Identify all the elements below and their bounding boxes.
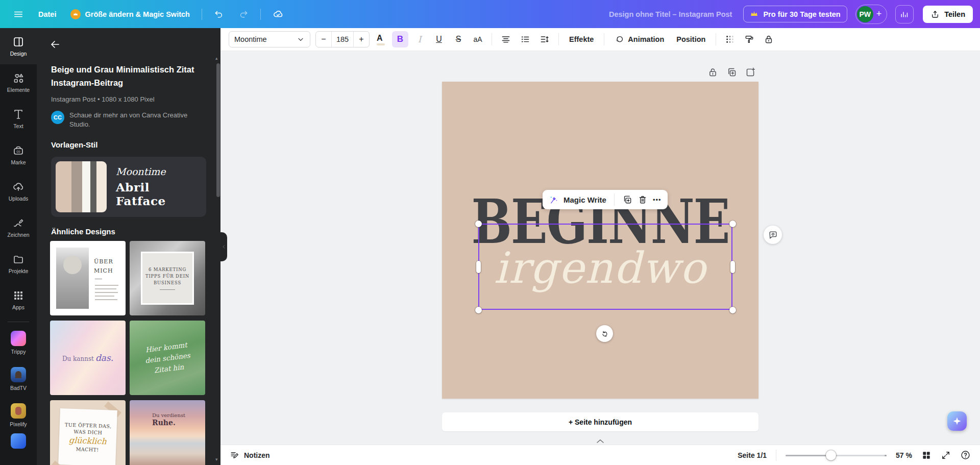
sidebar-app-label: Pixelify bbox=[10, 421, 27, 427]
sidebar-item-zeichnen[interactable]: Zeichnen bbox=[0, 209, 37, 246]
transparency-button[interactable] bbox=[722, 31, 738, 47]
add-page-button[interactable]: + Seite hinzufügen bbox=[442, 412, 758, 431]
sidebar-item-elemente[interactable]: Elemente bbox=[0, 64, 37, 101]
cloud-check-icon bbox=[273, 9, 284, 20]
toolbar-divider bbox=[492, 33, 492, 45]
panel-scrollbar[interactable] bbox=[216, 63, 220, 197]
duplicate-page-button[interactable] bbox=[726, 67, 737, 80]
style-script-font-name: Moontime bbox=[116, 166, 202, 177]
lock-button[interactable] bbox=[761, 31, 777, 47]
canva-assistant-button[interactable] bbox=[947, 411, 967, 431]
lock-page-button[interactable] bbox=[707, 67, 718, 80]
sidebar-item-text[interactable]: Text bbox=[0, 101, 37, 137]
redo-button[interactable] bbox=[233, 5, 254, 23]
magic-write-label[interactable]: Magic Write bbox=[564, 195, 606, 204]
panel-collapse-handle[interactable] bbox=[220, 232, 227, 261]
delete-element-button[interactable] bbox=[638, 194, 648, 205]
line-spacing-button[interactable] bbox=[536, 31, 553, 47]
sidebar-app-label: Trippy bbox=[11, 349, 26, 355]
font-family-select[interactable]: Moontime bbox=[229, 31, 310, 47]
effects-button[interactable]: Effekte bbox=[565, 32, 598, 47]
text-case-button[interactable]: aA bbox=[470, 31, 486, 47]
account-group[interactable]: PW + bbox=[855, 5, 888, 24]
resize-magic-switch-button[interactable]: Größe ändern & Magic Switch bbox=[65, 5, 195, 23]
bold-button[interactable]: B bbox=[392, 31, 408, 47]
fullscreen-button[interactable] bbox=[941, 450, 951, 460]
animation-button[interactable]: Animation bbox=[610, 31, 669, 48]
zoom-slider[interactable] bbox=[786, 450, 887, 460]
thumb-quote-text: Hier kommtdein schönesZitat hin bbox=[143, 339, 192, 376]
insights-button[interactable] bbox=[895, 5, 914, 23]
similar-design-marketing-tipps[interactable]: 6 MARKETING TIPPS FÜR DEIN BUSINESS bbox=[130, 241, 205, 315]
zoom-slider-thumb[interactable] bbox=[826, 450, 836, 460]
selection-box[interactable] bbox=[478, 224, 732, 310]
main-menu-button[interactable] bbox=[7, 5, 30, 24]
selection-handle-left[interactable] bbox=[476, 261, 481, 273]
page-indicator[interactable]: Seite 1/1 bbox=[738, 451, 767, 459]
zoom-level-value[interactable]: 57 % bbox=[896, 451, 912, 459]
copy-style-button[interactable] bbox=[741, 31, 757, 47]
scroll-down-icon[interactable]: ▾ bbox=[215, 457, 218, 462]
more-options-button[interactable]: ••• bbox=[653, 196, 662, 204]
selection-handle-bottom-right[interactable] bbox=[729, 307, 736, 313]
creator-row[interactable]: CC Schaue dir mehr an von Canva Creative… bbox=[51, 111, 198, 129]
avatar[interactable]: PW bbox=[857, 6, 873, 22]
add-page-icon-button[interactable] bbox=[745, 67, 756, 80]
sidebar-app-partial[interactable] bbox=[0, 433, 37, 459]
italic-button[interactable]: I bbox=[411, 31, 428, 47]
similar-design-ueber-mich[interactable]: ÜBERMICH bbox=[50, 241, 126, 315]
font-size-value[interactable]: 185 bbox=[331, 32, 354, 47]
font-size-increase-button[interactable]: + bbox=[354, 32, 369, 47]
sidebar-item-uploads[interactable]: Uploads bbox=[0, 173, 37, 209]
font-size-decrease-button[interactable]: − bbox=[316, 32, 331, 47]
document-title[interactable]: Design ohne Titel – Instagram Post bbox=[609, 10, 732, 18]
undo-button[interactable] bbox=[208, 5, 230, 23]
notes-icon bbox=[230, 450, 239, 460]
text-color-button[interactable]: A bbox=[373, 31, 389, 47]
file-menu-button[interactable]: Datei bbox=[33, 6, 62, 22]
scroll-up-icon[interactable]: ▴ bbox=[215, 56, 218, 61]
similar-design-gluecklich[interactable]: TUE ÖFTER DAS, WAS DICH glücklich MACHT! bbox=[50, 400, 126, 465]
similar-design-zitat-hin[interactable]: Hier kommtdein schönesZitat hin bbox=[130, 321, 205, 395]
rotate-icon bbox=[601, 330, 609, 338]
add-member-button[interactable]: + bbox=[876, 9, 882, 19]
sidebar-item-projekte[interactable]: Projekte bbox=[0, 246, 37, 282]
magic-write-button[interactable] bbox=[549, 195, 558, 205]
help-button[interactable] bbox=[960, 450, 971, 460]
grid-view-button[interactable] bbox=[921, 450, 932, 460]
object-panel-rail: Design Elemente Text co Marke Uploads Ze… bbox=[0, 28, 37, 465]
notes-button[interactable]: Notizen bbox=[230, 450, 270, 460]
similar-design-du-kannst-das[interactable]: Du kannstdas. bbox=[50, 321, 126, 395]
animate-icon bbox=[615, 35, 624, 44]
list-button[interactable] bbox=[517, 31, 533, 47]
selection-handle-bottom-left[interactable] bbox=[475, 307, 482, 313]
crown-icon bbox=[750, 10, 758, 18]
cloud-save-status-button[interactable] bbox=[267, 5, 289, 24]
sidebar-item-apps[interactable]: Apps bbox=[0, 282, 37, 318]
duplicate-element-button[interactable] bbox=[622, 194, 632, 205]
selection-handle-top-left[interactable] bbox=[475, 221, 482, 227]
position-button[interactable]: Position bbox=[672, 32, 710, 47]
strikethrough-button[interactable]: S bbox=[450, 31, 467, 47]
selection-handle-right[interactable] bbox=[730, 261, 735, 273]
sidebar-item-marke[interactable]: co Marke bbox=[0, 137, 37, 173]
uploads-cloud-icon bbox=[12, 181, 24, 193]
template-style-card[interactable]: Moontime Abril Fatface bbox=[51, 157, 206, 217]
rotate-handle[interactable] bbox=[596, 325, 613, 342]
pro-trial-button[interactable]: Pro für 30 Tage testen bbox=[743, 6, 847, 22]
sidebar-app-trippy[interactable]: Trippy bbox=[0, 325, 37, 361]
share-button[interactable]: Teilen bbox=[923, 6, 973, 23]
expand-pages-panel-button[interactable] bbox=[591, 437, 609, 445]
similar-design-ruhe[interactable]: Du verdienst Ruhe. bbox=[130, 400, 205, 465]
file-menu-label: Datei bbox=[38, 10, 56, 18]
chevron-left-icon bbox=[222, 244, 226, 249]
sidebar-item-design[interactable]: Design bbox=[0, 28, 37, 64]
sidebar-app-badtv[interactable]: BadTV bbox=[0, 361, 37, 397]
comment-button[interactable] bbox=[764, 226, 782, 244]
back-button[interactable] bbox=[49, 38, 61, 53]
selection-handle-top-right[interactable] bbox=[729, 221, 736, 227]
sidebar-app-pixelify[interactable]: Pixelify bbox=[0, 397, 37, 433]
underline-button[interactable]: U bbox=[431, 31, 447, 47]
alignment-button[interactable] bbox=[498, 31, 514, 47]
pro-crown-badge-icon bbox=[70, 9, 81, 19]
